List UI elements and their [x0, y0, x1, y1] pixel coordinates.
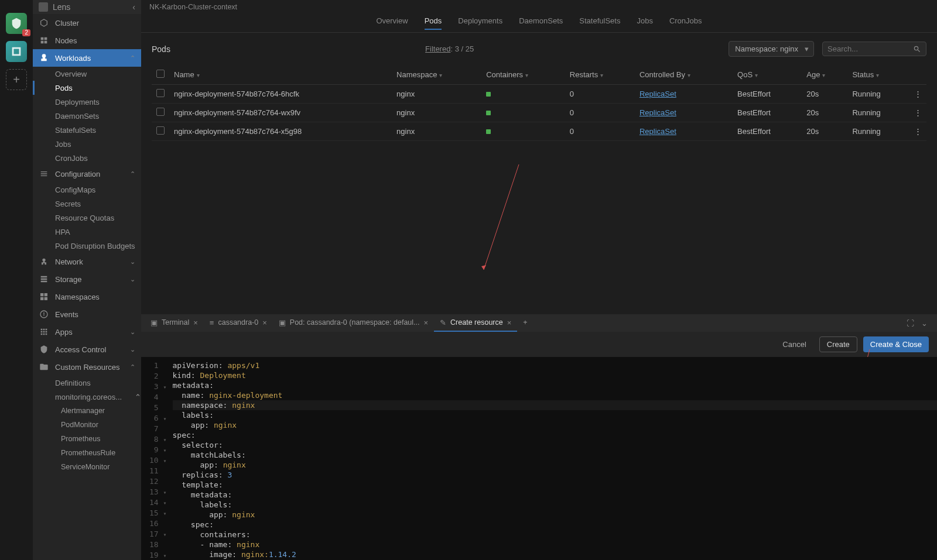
cancel-button[interactable]: Cancel [775, 336, 813, 352]
tab-jobs[interactable]: Jobs [637, 16, 652, 30]
cell-namespace: nginx [392, 122, 481, 141]
chevron-icon: ⌄ [130, 328, 135, 336]
chevron-icon: ⌄ [130, 258, 135, 266]
tab-daemonsets[interactable]: DaemonSets [519, 16, 563, 30]
bottom-tab-terminal[interactable]: ▣Terminal× [145, 314, 204, 332]
col-namespace[interactable]: Namespace▾ [392, 65, 481, 85]
cluster-icon-1[interactable]: 2 [6, 13, 27, 34]
sidebar-item-namespaces[interactable]: Namespaces [33, 288, 141, 305]
sidebar-sub-alertmanager[interactable]: Alertmanager [33, 404, 141, 418]
sidebar-item-events[interactable]: Events [33, 305, 141, 323]
cluster-bar: 2 + [0, 0, 33, 560]
sidebar-item-access-control[interactable]: Access Control⌄ [33, 341, 141, 358]
sidebar-sub-podmonitor[interactable]: PodMonitor [33, 418, 141, 432]
sidebar-item-configuration[interactable]: Configuration⌃ [33, 165, 141, 183]
cell-restarts: 0 [565, 104, 635, 122]
sidebar-sub-pod-disruption-budgets[interactable]: Pod Disruption Budgets [33, 239, 141, 253]
col-restarts[interactable]: Restarts▾ [565, 65, 635, 85]
col-containers[interactable]: Containers▾ [481, 65, 565, 85]
col-controlled-by[interactable]: Controlled By▾ [635, 65, 733, 85]
add-tab-button[interactable]: + [517, 314, 533, 332]
sidebar-sub-configmaps[interactable]: ConfigMaps [33, 183, 141, 197]
filter-info[interactable]: Filtered: 3 / 25 [425, 44, 474, 53]
sidebar-item-network[interactable]: Network⌄ [33, 253, 141, 270]
col-qos[interactable]: QoS▾ [733, 65, 802, 85]
crd-icon [39, 362, 49, 372]
row-checkbox[interactable] [156, 108, 165, 116]
svg-marker-2 [481, 265, 486, 270]
fullscreen-icon[interactable]: ⛶ [907, 319, 914, 328]
close-icon[interactable]: × [423, 318, 428, 327]
cluster-icon-2[interactable] [6, 41, 27, 62]
yaml-editor[interactable]: 1 2 3 ▾ 4 5 6 ▾ 7 8 ▾ 9 ▾10 ▾11 12 13 ▾1… [141, 357, 937, 560]
sidebar-sub-definitions[interactable]: Definitions [33, 376, 141, 390]
terminal-icon: ▣ [279, 318, 286, 327]
sidebar-sub-servicemonitor[interactable]: ServiceMonitor [33, 460, 141, 474]
controlled-by-link[interactable]: ReplicaSet [640, 90, 676, 98]
cell-age: 20s [802, 122, 847, 141]
table-row[interactable]: nginx-deployment-574b87c764-wx9fvnginx0R… [152, 104, 926, 122]
row-menu-button[interactable]: ⋮ [909, 104, 926, 122]
tab-deployments[interactable]: Deployments [458, 16, 502, 30]
sidebar-item-nodes[interactable]: Nodes [33, 32, 141, 49]
cell-age: 20s [802, 104, 847, 122]
sidebar-item-apps[interactable]: Apps⌄ [33, 323, 141, 341]
tab-overview[interactable]: Overview [376, 16, 408, 30]
bottom-tab-create-resource[interactable]: ✎Create resource× [434, 314, 517, 332]
search-box[interactable] [822, 42, 926, 56]
chevron-icon: ⌄ [130, 346, 135, 353]
sidebar-item-storage[interactable]: Storage⌄ [33, 270, 141, 288]
chevron-icon: ⌃ [130, 54, 135, 62]
row-menu-button[interactable]: ⋮ [909, 85, 926, 104]
sidebar-sub-jobs[interactable]: Jobs [33, 137, 141, 151]
edit-icon: ✎ [440, 318, 446, 327]
row-checkbox[interactable] [156, 126, 165, 135]
chevron-down-icon[interactable]: ⌄ [921, 319, 928, 328]
col-name[interactable]: Name▾ [169, 65, 392, 85]
search-input[interactable] [827, 44, 909, 53]
sidebar-sub-secrets[interactable]: Secrets [33, 197, 141, 211]
close-icon[interactable]: × [507, 318, 512, 327]
col-age[interactable]: Age▾ [802, 65, 847, 85]
namespace-select[interactable]: Namespace: nginx [729, 41, 814, 57]
sidebar-sub-resource-quotas[interactable]: Resource Quotas [33, 211, 141, 225]
row-checkbox[interactable] [156, 89, 165, 97]
bottom-panel: ▣Terminal×≡cassandra-0×▣Pod: cassandra-0… [141, 314, 937, 560]
controlled-by-link[interactable]: ReplicaSet [640, 127, 676, 136]
close-icon[interactable]: × [193, 318, 198, 327]
create-close-button[interactable]: Create & Close [863, 336, 929, 352]
sidebar-sub-statefulsets[interactable]: StatefulSets [33, 123, 141, 137]
close-icon[interactable]: × [262, 318, 267, 327]
controlled-by-link[interactable]: ReplicaSet [640, 108, 676, 117]
config-icon [39, 169, 49, 179]
cell-namespace: nginx [392, 104, 481, 122]
tab-cronjobs[interactable]: CronJobs [669, 16, 702, 30]
annotation-arrow-1 [478, 164, 525, 276]
sidebar-collapse-button[interactable]: ‹ [132, 2, 135, 12]
create-button[interactable]: Create [819, 336, 857, 352]
sidebar-sub-deployments[interactable]: Deployments [33, 95, 141, 109]
sidebar-sub-cronjobs[interactable]: CronJobs [33, 151, 141, 165]
tab-pods[interactable]: Pods [425, 16, 442, 30]
sidebar-item-custom-resources[interactable]: Custom Resources⌃ [33, 358, 141, 376]
add-cluster-button[interactable]: + [6, 69, 27, 90]
tab-statefulsets[interactable]: StatefulSets [579, 16, 620, 30]
sidebar-sub-pods[interactable]: Pods [33, 81, 141, 95]
bottom-tab-pod-cassandra-0-namespac[interactable]: ▣Pod: cassandra-0 (namespace: defaul...× [273, 314, 434, 332]
sidebar-sub-prometheusrule[interactable]: PrometheusRule [33, 446, 141, 460]
col-status[interactable]: Status▾ [847, 65, 909, 85]
table-row[interactable]: nginx-deployment-574b87c764-6hcfknginx0R… [152, 85, 926, 104]
row-menu-button[interactable]: ⋮ [909, 122, 926, 141]
sidebar-sub-prometheus[interactable]: Prometheus [33, 432, 141, 446]
sidebar-sub-daemonsets[interactable]: DaemonSets [33, 109, 141, 123]
bottom-tab-cassandra-0[interactable]: ≡cassandra-0× [204, 314, 273, 332]
sidebar-sub-monitoring-coreos-[interactable]: monitoring.coreos...⌃ [33, 390, 141, 404]
select-all-checkbox[interactable] [156, 70, 165, 78]
cell-status: Running [847, 122, 909, 141]
sidebar-sub-overview[interactable]: Overview [33, 67, 141, 81]
table-row[interactable]: nginx-deployment-574b87c764-x5g98nginx0R… [152, 122, 926, 141]
sidebar-item-cluster[interactable]: Cluster [33, 14, 141, 32]
sidebar-item-workloads[interactable]: Workloads⌃ [33, 49, 141, 67]
cell-restarts: 0 [565, 85, 635, 104]
sidebar-sub-hpa[interactable]: HPA [33, 225, 141, 239]
